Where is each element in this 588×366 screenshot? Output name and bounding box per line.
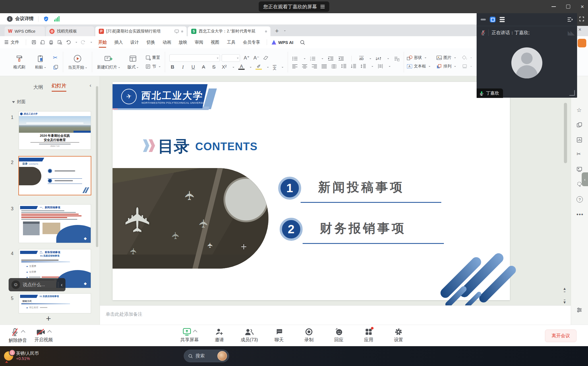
menu-insert[interactable]: 插入 xyxy=(114,40,123,45)
canvas-scrollbar[interactable] xyxy=(564,103,567,163)
video-call-panel[interactable]: 正在讲话：丁嘉欣; ◣◣ 丁嘉欣 xyxy=(477,13,577,98)
search-icon[interactable] xyxy=(300,40,305,45)
phonetic-guide-button[interactable]: wén文 xyxy=(273,64,276,70)
tab-outline[interactable]: 大纲 xyxy=(33,84,43,90)
info-icon[interactable]: i xyxy=(7,16,13,22)
muted-mic-icon[interactable] xyxy=(481,30,486,36)
new-tab-button[interactable]: + xyxy=(275,28,279,34)
previous-slide-button[interactable]: ▲━ xyxy=(563,287,566,293)
expand-panel-tab[interactable]: ‹ xyxy=(582,172,588,186)
text-direction-icon[interactable]: A xyxy=(376,56,382,61)
increase-indent-icon[interactable] xyxy=(338,56,344,61)
tab-list-chevron[interactable] xyxy=(283,28,286,33)
tab-close-dot[interactable] xyxy=(265,30,267,32)
menu-review[interactable]: 审阅 xyxy=(195,40,203,45)
maximize-button[interactable] xyxy=(566,5,570,9)
tab-presentation-active[interactable]: P [只读]暑期社会实践报销行前培 xyxy=(95,26,187,36)
font-family-select[interactable] xyxy=(169,54,220,62)
menu-member[interactable]: 会员专享 xyxy=(243,40,260,45)
justify-icon[interactable] xyxy=(322,64,327,68)
print-icon[interactable] xyxy=(49,40,54,45)
cut-button[interactable]: ✂ xyxy=(53,54,59,61)
menu-transition[interactable]: 切换 xyxy=(146,40,155,45)
space-after-icon[interactable] xyxy=(351,64,356,68)
effects-button[interactable] xyxy=(462,63,472,69)
network-signal-icon[interactable] xyxy=(54,16,59,22)
meeting-details-label[interactable]: 会议详情 xyxy=(15,16,34,22)
italic-button[interactable]: I xyxy=(180,64,186,70)
emoji-icon[interactable]: ☺ xyxy=(11,280,20,289)
section-button[interactable]: 节 xyxy=(145,64,160,69)
chat-quick-input[interactable]: ☺ 说点什么... ‹ xyxy=(9,278,65,291)
leave-meeting-button[interactable]: 离开会议 xyxy=(545,330,577,342)
collapse-panel-chevron[interactable]: ‹ xyxy=(90,82,91,88)
decrease-font-button[interactable]: A⁻ xyxy=(253,55,260,61)
adjust-sliders-icon[interactable] xyxy=(577,307,582,313)
banner-menu-icon[interactable] xyxy=(320,5,325,8)
align-center-icon[interactable] xyxy=(302,64,307,68)
members-button[interactable]: 成员(73) xyxy=(240,328,258,343)
line-spacing-icon[interactable] xyxy=(361,64,366,68)
invite-button[interactable]: 邀请 xyxy=(210,328,229,343)
align-right-icon[interactable] xyxy=(312,64,317,68)
paste-button[interactable]: 粘贴 xyxy=(30,55,51,70)
space-before-icon[interactable] xyxy=(341,64,346,68)
tab-close-dot[interactable] xyxy=(181,30,183,32)
resize-handle[interactable] xyxy=(569,90,575,96)
share-options-chevron[interactable] xyxy=(193,330,197,334)
output-icon[interactable] xyxy=(40,40,45,45)
chart-icon[interactable] xyxy=(577,137,582,143)
mic-options-chevron[interactable] xyxy=(21,330,25,334)
picture-button[interactable]: 图片 xyxy=(436,55,456,61)
underline-button[interactable]: U xyxy=(190,64,196,70)
distribute-icon[interactable] xyxy=(331,64,336,68)
align-left-icon[interactable] xyxy=(292,64,297,68)
camera-options-chevron[interactable] xyxy=(47,330,52,334)
paragraph-spacing-icon[interactable] xyxy=(378,64,383,68)
duplicate-icon[interactable] xyxy=(577,122,582,128)
favorites-star-icon[interactable]: ☆ xyxy=(577,107,582,113)
tab-slides[interactable]: 幻灯片 xyxy=(52,82,66,92)
menu-home[interactable]: 开始 xyxy=(98,40,107,45)
superscript-button[interactable]: X² xyxy=(221,64,227,70)
numbered-list-icon[interactable]: 123 xyxy=(310,56,316,61)
reactions-button[interactable]: 回应 xyxy=(330,328,348,343)
menu-view[interactable]: 视图 xyxy=(211,40,219,45)
clear-format-icon[interactable] xyxy=(263,55,268,61)
play-from-page-button[interactable]: 当页开始 xyxy=(66,54,89,70)
slide-thumbnail-1[interactable]: 西北工业大学 2024 年暑期社会实践 安全及行前教育 2024.7.13 xyxy=(19,111,91,149)
menu-tools[interactable]: 工具 xyxy=(227,40,235,45)
settings-button[interactable]: 设置 xyxy=(389,328,408,343)
paragraph-settings-icon[interactable] xyxy=(394,56,399,61)
layout-button[interactable]: 版式 xyxy=(122,55,144,70)
file-menu-icon[interactable] xyxy=(5,41,8,44)
next-slide-button[interactable]: ━▼ xyxy=(563,298,566,304)
arrange-button[interactable]: 排列 xyxy=(436,63,456,69)
new-slide-button[interactable]: 新建幻灯片 xyxy=(95,55,122,70)
strikethrough-button[interactable]: A xyxy=(200,64,207,70)
cut-tool-icon[interactable]: ✂ xyxy=(577,151,581,157)
select-lasso-icon[interactable] xyxy=(577,181,582,187)
bullet-list-icon[interactable] xyxy=(292,56,298,61)
record-button[interactable]: 录制 xyxy=(300,328,318,343)
search-box[interactable]: 搜索 xyxy=(184,350,229,362)
save-icon[interactable] xyxy=(31,40,36,45)
security-shield-icon[interactable] xyxy=(43,16,49,22)
help-icon[interactable]: ? xyxy=(577,196,583,203)
undo-icon[interactable] xyxy=(66,40,71,45)
taskbar-widget[interactable]: 1 英镑/人民币 +0.51% xyxy=(4,351,39,361)
more-tools-icon[interactable]: ••• xyxy=(577,212,584,217)
tab-docer-templates[interactable]: ✿ 找稻壳模板 xyxy=(46,26,94,36)
decrease-indent-icon[interactable] xyxy=(328,56,334,61)
fullscreen-icon[interactable] xyxy=(579,17,584,21)
menu-animation[interactable]: 动画 xyxy=(163,40,171,45)
panel-minimize-icon[interactable] xyxy=(481,19,486,20)
wps-close-icon[interactable]: × xyxy=(578,26,581,33)
highlight-color-button[interactable]: ✐ xyxy=(256,64,262,70)
slide-thumbnail-5[interactable]: 01 实践后报销事项 报销方式 ◆对公支付 xyxy=(19,294,91,313)
member-badge[interactable] xyxy=(578,39,586,47)
collapse-chat-chevron[interactable]: ‹ xyxy=(61,282,63,288)
copy-button[interactable] xyxy=(53,64,59,70)
notes-area[interactable]: 单击此处添加备注 xyxy=(100,305,571,325)
sidebar-scrollbar[interactable] xyxy=(96,86,98,247)
